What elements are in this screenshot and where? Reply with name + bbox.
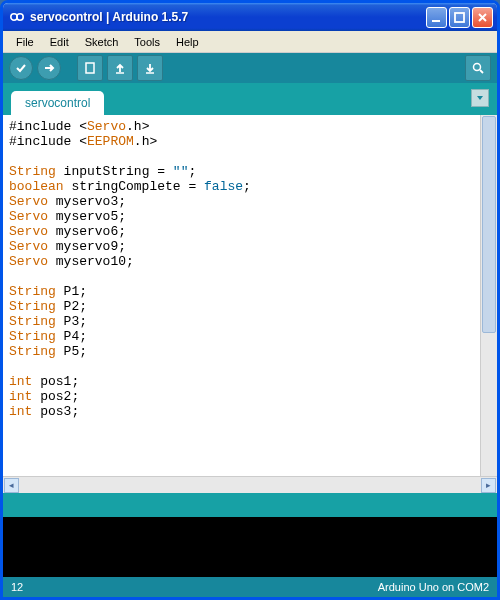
svg-point-5	[474, 64, 481, 71]
svg-rect-4	[86, 63, 94, 73]
scrollbar-thumb[interactable]	[482, 116, 496, 333]
new-button[interactable]	[77, 55, 103, 81]
console-output[interactable]	[3, 517, 497, 577]
save-button[interactable]	[137, 55, 163, 81]
menu-edit[interactable]: Edit	[43, 34, 76, 50]
tabbar: servocontrol	[3, 83, 497, 115]
scroll-right-arrow[interactable]: ▸	[481, 478, 496, 493]
vertical-scrollbar[interactable]	[480, 115, 497, 476]
status-strip	[3, 493, 497, 517]
svg-rect-2	[432, 20, 440, 22]
upload-button[interactable]	[37, 56, 61, 80]
menu-tools[interactable]: Tools	[127, 34, 167, 50]
menu-file[interactable]: File	[9, 34, 41, 50]
code-editor[interactable]: #include <Servo.h>#include <EEPROM.h> St…	[3, 115, 497, 476]
verify-button[interactable]	[9, 56, 33, 80]
tabs-dropdown-button[interactable]	[471, 89, 489, 107]
close-button[interactable]	[472, 7, 493, 28]
tab-servocontrol[interactable]: servocontrol	[11, 91, 104, 115]
editor-area: #include <Servo.h>#include <EEPROM.h> St…	[3, 115, 497, 493]
scroll-left-arrow[interactable]: ◂	[4, 478, 19, 493]
menu-sketch[interactable]: Sketch	[78, 34, 126, 50]
statusbar: 12 Arduino Uno on COM2	[3, 577, 497, 597]
app-window: servocontrol | Arduino 1.5.7 File Edit S…	[0, 0, 500, 600]
line-number: 12	[11, 581, 23, 593]
menubar: File Edit Sketch Tools Help	[3, 31, 497, 53]
serial-monitor-button[interactable]	[465, 55, 491, 81]
titlebar[interactable]: servocontrol | Arduino 1.5.7	[3, 3, 497, 31]
menu-help[interactable]: Help	[169, 34, 206, 50]
open-button[interactable]	[107, 55, 133, 81]
window-controls	[426, 7, 493, 28]
horizontal-scrollbar[interactable]: ◂ ▸	[3, 476, 497, 493]
minimize-button[interactable]	[426, 7, 447, 28]
board-port-label: Arduino Uno on COM2	[378, 581, 489, 593]
toolbar	[3, 53, 497, 83]
window-title: servocontrol | Arduino 1.5.7	[30, 10, 426, 24]
maximize-button[interactable]	[449, 7, 470, 28]
arduino-icon	[9, 9, 25, 25]
svg-rect-3	[455, 13, 464, 22]
